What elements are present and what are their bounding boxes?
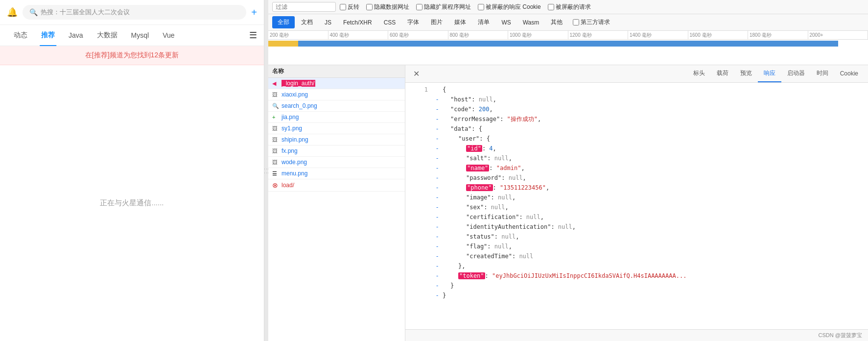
hide-extension-checkbox[interactable] [416, 4, 422, 10]
request-name-login: _login_auth/ [282, 80, 315, 87]
line-num-user [413, 134, 428, 143]
tab-other[interactable]: 其他 [545, 16, 568, 28]
request-item-search0[interactable]: 🔍 search_0.png [268, 100, 405, 112]
json-line-identity: - "identityAuthentication": null, [405, 222, 868, 232]
tab-js[interactable]: JS [319, 17, 337, 28]
tab-css[interactable]: CSS [378, 17, 401, 28]
tab-payload[interactable]: 载荷 [711, 65, 734, 82]
request-item-wode[interactable]: 🖼 wode.png [268, 157, 405, 168]
panel-divider[interactable]: ⋮⋮ [264, 0, 268, 341]
hamburger-icon[interactable]: ☰ [249, 30, 257, 41]
checkbox-hide-extension[interactable]: 隐藏扩展程序网址 [416, 3, 471, 11]
json-line-user: - "user": { [405, 134, 868, 144]
request-item-xiaoxi[interactable]: 🖼 xiaoxi.png [268, 89, 405, 100]
line-num-phone [413, 183, 428, 192]
tab-manifest[interactable]: 清单 [472, 16, 495, 28]
filter-checkboxes: 反转 隐藏数据网址 隐藏扩展程序网址 被屏蔽的响应 Cookie 被屏蔽的请求 [340, 3, 591, 11]
ruler-mark-400: 400 毫秒 [328, 31, 389, 39]
json-line-password: - "password": null, [405, 173, 868, 183]
add-icon[interactable]: + [251, 7, 257, 18]
line-dash-image: - [434, 193, 441, 202]
image-icon-wode: 🖼 [272, 159, 279, 165]
tab-doc[interactable]: 文档 [296, 16, 318, 28]
request-name-xiaoxi: xiaoxi.png [282, 91, 308, 98]
line-num-password [413, 173, 428, 182]
line-dash-close-user: - [434, 262, 441, 270]
blocked-cookie-checkbox[interactable] [478, 4, 484, 10]
tab-dongtai[interactable]: 动态 [7, 29, 34, 42]
filter-input[interactable] [272, 2, 336, 12]
line-dash-salt: - [434, 154, 441, 163]
tab-ws[interactable]: WS [496, 17, 516, 28]
search-box[interactable]: 🔍 热搜：十三届全国人大二次会议 [23, 5, 246, 20]
ruler-mark-1000: 1000 毫秒 [508, 31, 568, 39]
tab-all[interactable]: 全部 [272, 16, 295, 28]
checkbox-blocked-request[interactable]: 被屏蔽的请求 [548, 3, 591, 11]
request-item-jia[interactable]: + jia.png [268, 112, 405, 123]
tab-headers[interactable]: 标头 [687, 65, 711, 82]
checkbox-blocked-cookie[interactable]: 被屏蔽的响应 Cookie [478, 3, 541, 11]
third-party-checkbox[interactable] [573, 19, 579, 25]
tab-tuijian[interactable]: 推荐 [34, 29, 62, 42]
request-name-fx: fx.png [282, 147, 298, 154]
json-line-close-data: - } [405, 281, 868, 291]
line-num-close-data [413, 281, 428, 290]
json-line-status: - "status": null, [405, 232, 868, 242]
reverse-checkbox[interactable] [340, 4, 346, 10]
close-detail-button[interactable]: ✕ [409, 67, 423, 80]
json-line-data: - "data": { [405, 124, 868, 134]
blocked-request-checkbox[interactable] [548, 4, 554, 10]
tab-response[interactable]: 响应 [758, 65, 781, 82]
json-line-code: - "code": 200, [405, 104, 868, 114]
request-item-login[interactable]: ◀ _login_auth/ [268, 78, 405, 89]
image-icon-fx: 🖼 [272, 148, 279, 154]
tab-mysql[interactable]: Mysql [124, 29, 156, 41]
line-num-salt [413, 154, 428, 163]
ruler-mark-1800: 1800 毫秒 [748, 31, 808, 39]
request-name-shipin: shipin.png [282, 136, 308, 143]
tab-image[interactable]: 图片 [425, 16, 448, 28]
checkbox-reverse[interactable]: 反转 [340, 3, 359, 11]
tab-vue[interactable]: Vue [156, 29, 181, 41]
line-dash-password: - [434, 173, 441, 182]
hide-data-url-checkbox[interactable] [366, 4, 373, 10]
tab-java[interactable]: Java [62, 29, 90, 41]
line-num-code [413, 105, 428, 114]
ruler-mark-1600: 1600 毫秒 [688, 31, 749, 39]
line-dash-user: - [434, 134, 441, 143]
checkbox-third-party[interactable]: 第三方请求 [573, 18, 610, 26]
content-area: 正在与火星通信...... [0, 65, 264, 341]
tab-font[interactable]: 字体 [402, 16, 424, 28]
json-key-name-highlight: "name" [466, 165, 489, 171]
line-dash-sex: - [434, 203, 441, 212]
request-item-fx[interactable]: 🖼 fx.png [268, 146, 405, 157]
timeline-yellow-bar [268, 41, 298, 47]
request-item-shipin[interactable]: 🖼 shipin.png [268, 134, 405, 146]
line-num-status [413, 232, 428, 241]
tab-cookie[interactable]: Cookie [834, 66, 864, 82]
line-dash-errormessage: - [434, 115, 441, 123]
json-line-flag: - "flag": null, [405, 242, 868, 251]
line-num-errormessage [413, 115, 428, 123]
tab-fetch[interactable]: Fetch/XHR [338, 17, 377, 28]
tab-preview[interactable]: 预览 [734, 65, 758, 82]
request-item-menu[interactable]: ☰ menu.png [268, 168, 405, 179]
tab-dashuju[interactable]: 大数据 [90, 29, 124, 42]
checkbox-hide-data-url[interactable]: 隐藏数据网址 [366, 3, 409, 11]
line-dash-name: - [434, 164, 441, 172]
ruler-mark-600: 600 毫秒 [388, 31, 448, 39]
bottom-bar: CSDN @菠菠萝宝 [405, 329, 868, 341]
type-tabs-bar: 全部 文档 JS Fetch/XHR CSS 字体 图片 媒体 清单 WS Wa… [268, 14, 868, 31]
tab-timing[interactable]: 时间 [811, 65, 834, 82]
header-bar: 🔔 🔍 热搜：十三届全国人大二次会议 + [0, 0, 264, 25]
request-list-header: 名称 [268, 65, 405, 78]
request-item-load[interactable]: ⊗ load/ [268, 179, 405, 192]
json-line-close-user: - }, [405, 261, 868, 271]
tab-initiator[interactable]: 启动器 [781, 65, 811, 82]
timeline-bar: 200 毫秒 400 毫秒 600 毫秒 800 毫秒 1000 毫秒 1200… [268, 31, 868, 65]
request-item-sy1[interactable]: 🖼 sy1.png [268, 123, 405, 134]
tab-media[interactable]: 媒体 [449, 16, 471, 28]
image-icon-sy1: 🖼 [272, 125, 279, 131]
tab-wasm[interactable]: Wasm [517, 17, 545, 28]
bell-icon[interactable]: 🔔 [7, 7, 18, 18]
